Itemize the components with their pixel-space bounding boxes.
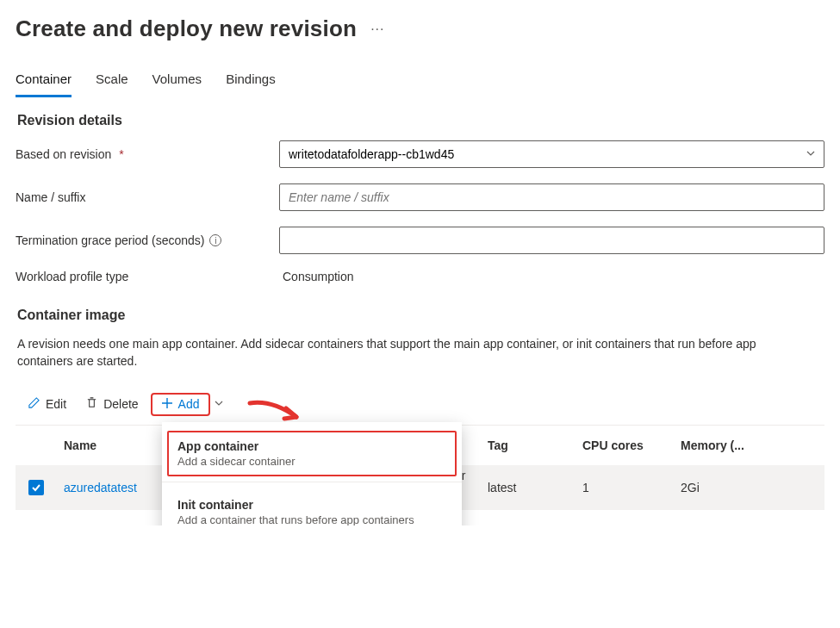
based-on-revision-label: Based on revision* bbox=[16, 147, 279, 161]
container-toolbar: Edit Delete Add bbox=[16, 393, 824, 423]
tabs: Container Scale Volumes Bindings bbox=[16, 72, 824, 97]
termination-grace-label: Termination grace period (seconds) i bbox=[16, 233, 279, 247]
pencil-icon bbox=[28, 396, 40, 412]
more-actions-button[interactable]: ··· bbox=[370, 22, 384, 37]
add-dropdown-menu: App container Add a sidecar container In… bbox=[162, 422, 462, 525]
container-name-link[interactable]: azuredatatest bbox=[64, 481, 137, 494]
col-header-memory[interactable]: Memory (... bbox=[681, 438, 824, 452]
dropdown-item-init-container[interactable]: Init container Add a container that runs… bbox=[162, 488, 462, 525]
add-dropdown-toggle[interactable] bbox=[210, 394, 227, 414]
workload-profile-label: Workload profile type bbox=[16, 270, 279, 283]
page-title: Create and deploy new revision bbox=[16, 16, 357, 42]
button-label: Add bbox=[178, 397, 200, 411]
add-button[interactable]: Add bbox=[152, 395, 208, 414]
edit-button[interactable]: Edit bbox=[21, 393, 73, 415]
container-cpu: 1 bbox=[582, 481, 681, 494]
container-memory: 2Gi bbox=[681, 481, 824, 494]
button-label: Delete bbox=[103, 397, 138, 411]
name-suffix-input[interactable] bbox=[279, 183, 824, 211]
tab-scale[interactable]: Scale bbox=[96, 72, 128, 97]
tab-container[interactable]: Container bbox=[16, 72, 72, 97]
label-text: Based on revision bbox=[16, 147, 111, 161]
row-checkbox[interactable] bbox=[28, 480, 44, 495]
dropdown-item-title: Init container bbox=[177, 498, 446, 512]
dropdown-item-subtitle: Add a container that runs before app con… bbox=[177, 513, 446, 525]
name-suffix-label: Name / suffix bbox=[16, 190, 279, 204]
workload-profile-value: Consumption bbox=[279, 270, 354, 283]
delete-button[interactable]: Delete bbox=[78, 393, 145, 415]
col-header-cpu[interactable]: CPU cores bbox=[582, 438, 681, 452]
plus-icon bbox=[161, 397, 173, 412]
label-text: Termination grace period (seconds) bbox=[16, 233, 204, 247]
container-image-description: A revision needs one main app container.… bbox=[17, 335, 810, 370]
container-image-heading: Container image bbox=[17, 308, 824, 323]
button-label: Edit bbox=[46, 397, 66, 411]
termination-grace-input[interactable] bbox=[279, 227, 824, 254]
required-indicator: * bbox=[119, 147, 123, 161]
dropdown-item-app-container[interactable]: App container Add a sidecar container bbox=[167, 431, 457, 476]
tab-volumes[interactable]: Volumes bbox=[152, 72, 202, 97]
trash-icon bbox=[85, 396, 98, 412]
container-tag: latest bbox=[488, 481, 582, 494]
dropdown-item-title: App container bbox=[177, 439, 446, 453]
tab-bindings[interactable]: Bindings bbox=[226, 72, 276, 97]
info-icon[interactable]: i bbox=[209, 234, 221, 246]
col-header-tag[interactable]: Tag bbox=[488, 438, 582, 452]
based-on-revision-select[interactable] bbox=[279, 140, 824, 168]
revision-details-heading: Revision details bbox=[17, 113, 824, 128]
dropdown-item-subtitle: Add a sidecar container bbox=[177, 455, 446, 468]
